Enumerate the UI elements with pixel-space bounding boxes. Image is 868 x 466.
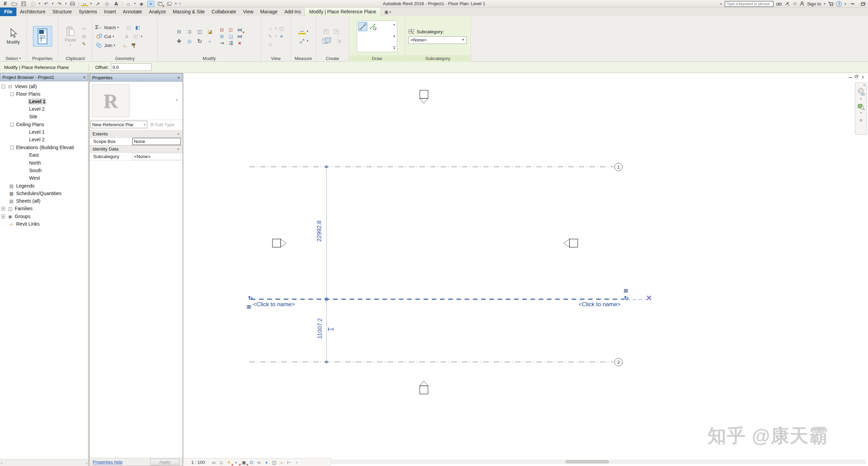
tab-systems[interactable]: Systems	[75, 8, 101, 16]
print-icon[interactable]	[69, 1, 76, 7]
delete-icon[interactable]: ×	[236, 39, 244, 46]
draw-scroll-up-icon[interactable]: ▲	[393, 23, 396, 26]
edit-type-button[interactable]: ⊞Edit Type	[150, 122, 174, 127]
crop-view-icon[interactable]: ▣×	[241, 459, 247, 466]
tab-annotate[interactable]: Annotate	[119, 8, 145, 16]
tab-modify-contextual[interactable]: Modify | Place Reference Plane	[304, 7, 381, 16]
measure-icon[interactable]: ↔	[81, 1, 88, 6]
revit-logo-icon[interactable]: R	[2, 1, 9, 7]
view-scale[interactable]: 1 : 100	[191, 460, 205, 465]
elevation-marker-bottom[interactable]	[419, 380, 430, 395]
view-minimize-icon[interactable]	[849, 75, 852, 80]
sign-in-caret-icon[interactable]: ▾	[824, 2, 826, 5]
drawing-area[interactable]: ✕ ✕ 2D ▾ ▾ ⊖ 1 2 ↻ ↻ 3D 3D <Click to nam…	[184, 73, 868, 466]
ribbon-display-toggle[interactable]: ▣▾	[384, 10, 391, 16]
tree-item-ceiling-plans[interactable]: Ceiling Plans	[16, 122, 44, 127]
tree-expander[interactable]: +	[1, 215, 5, 218]
crop-region-icon[interactable]: ⊡	[248, 459, 255, 466]
dimension-style-toggle-icon[interactable]	[328, 327, 334, 331]
grid-line-2[interactable]	[249, 362, 614, 362]
move-icon[interactable]: ✣	[175, 38, 183, 45]
project-browser-close-icon[interactable]: ×	[83, 75, 86, 80]
search-icon[interactable]	[776, 2, 782, 6]
elevation-marker-top[interactable]	[419, 89, 430, 105]
tab-massing-site[interactable]: Massing & Site	[169, 8, 208, 16]
tab-file[interactable]: File	[0, 8, 16, 16]
close-hidden-windows-icon[interactable]: ×	[157, 1, 163, 7]
create-similar-icon[interactable]: ◳	[332, 28, 340, 35]
undo-icon[interactable]: ↶	[43, 1, 50, 7]
group-identity-data[interactable]: Identity Data«	[90, 145, 182, 153]
tab-analyze[interactable]: Analyze	[145, 8, 169, 16]
minimize-icon[interactable]	[849, 3, 856, 4]
undo-caret-icon[interactable]: ▾	[52, 2, 54, 5]
aligned-dimension-icon[interactable]: ↗	[94, 1, 101, 7]
group-extents[interactable]: Extents«	[90, 130, 182, 138]
trim-multiple-icon[interactable]: ⇶	[227, 39, 235, 46]
copy-element-icon[interactable]: ◎	[186, 38, 193, 45]
cut-geometry-button[interactable]: Cut	[104, 34, 111, 39]
3d-extent-label-left[interactable]: 3D	[247, 305, 251, 309]
cut-geometry-icon[interactable]	[95, 33, 103, 40]
copy-icon[interactable]: ⊞	[80, 33, 88, 40]
text-icon[interactable]: A	[113, 1, 120, 7]
visual-style-icon[interactable]: ◇	[218, 459, 225, 466]
communication-center-icon[interactable]	[785, 1, 790, 6]
scroll-right-icon[interactable]: ›	[86, 461, 87, 465]
measure-caret-icon[interactable]: ▾	[90, 2, 92, 5]
tab-add-ins[interactable]: Add-Ins	[281, 8, 304, 16]
measure-between-icon[interactable]: ↔	[298, 28, 306, 34]
create-parts-icon[interactable]: ⇲	[335, 37, 343, 44]
tree-item-revit-links[interactable]: Revit Links	[16, 221, 39, 227]
steering-wheel-icon[interactable]: 2D	[857, 88, 865, 96]
zoom-caret-icon[interactable]: ▾	[860, 111, 862, 115]
create-group-icon[interactable]: ◰	[322, 28, 330, 35]
tree-expander[interactable]: -	[10, 123, 14, 127]
exchange-apps-icon[interactable]	[828, 1, 833, 6]
view-restore-icon[interactable]	[855, 75, 858, 80]
view-caret-icon[interactable]: ▾	[134, 2, 136, 5]
collapse-chevron-icon[interactable]: «	[176, 148, 181, 150]
search-input[interactable]	[725, 1, 773, 7]
project-browser-hscrollbar[interactable]: ‹ ›	[0, 459, 88, 466]
demolish-icon[interactable]	[130, 42, 138, 49]
elevation-marker-left[interactable]	[272, 238, 288, 248]
draw-gallery-scrollbar[interactable]: ▲▼▼	[393, 22, 396, 51]
panel-select-label[interactable]: Select▾	[0, 55, 26, 62]
subcategory-value[interactable]: <None>	[132, 153, 181, 160]
align-elements-icon[interactable]: ⊞	[218, 33, 226, 40]
reference-end-handle[interactable]	[325, 361, 328, 363]
create-assembly-icon[interactable]	[322, 37, 332, 45]
notch-icon[interactable]: Ɪ←	[95, 24, 103, 31]
click-to-name-left[interactable]: <Click to name>	[253, 301, 295, 308]
align-icon[interactable]: ⊟	[175, 28, 183, 35]
tree-expander[interactable]: -	[10, 92, 14, 96]
tree-item-ceiling-level-2[interactable]: Level 2	[29, 137, 45, 142]
tree-item-site[interactable]: Site	[29, 114, 37, 119]
sync-with-central-icon[interactable]: ◫	[29, 1, 36, 7]
tree-item-floor-plans[interactable]: Floor Plans	[16, 91, 40, 97]
vertical-reference-plane[interactable]	[326, 167, 327, 362]
properties-close-icon[interactable]: ×	[177, 75, 180, 80]
underlay-icon[interactable]: ≡	[278, 33, 285, 40]
restore-icon[interactable]	[859, 2, 867, 6]
properties-header[interactable]: Properties ×	[90, 73, 182, 82]
match-type-icon[interactable]: ✎	[80, 40, 88, 47]
tree-item-north[interactable]: North	[29, 160, 41, 166]
redo-caret-icon[interactable]: ▾	[65, 2, 67, 5]
temporary-dimension-bottom[interactable]: 11007.2	[317, 313, 323, 344]
tree-item-schedules[interactable]: Schedules/Quantities	[16, 191, 61, 196]
scale-icon[interactable]: ◲	[227, 33, 235, 40]
wall-joins-icon[interactable]: ∟	[121, 42, 129, 49]
open-icon[interactable]	[11, 1, 18, 7]
split-with-gap-icon[interactable]: ⊡	[227, 26, 235, 33]
tree-item-groups[interactable]: Groups	[15, 214, 30, 219]
click-to-name-right[interactable]: <Click to name>	[578, 301, 621, 308]
rotate-icon[interactable]: ↻	[196, 38, 204, 45]
tree-expander[interactable]: +	[1, 207, 5, 211]
tree-item-families[interactable]: Families	[15, 206, 33, 211]
tab-insert[interactable]: Insert	[100, 8, 119, 16]
solid-box-icon[interactable]: ◧	[134, 24, 142, 31]
tree-item-legends[interactable]: Legends	[16, 183, 35, 189]
linework-brush-icon[interactable]: ✎	[267, 33, 274, 40]
